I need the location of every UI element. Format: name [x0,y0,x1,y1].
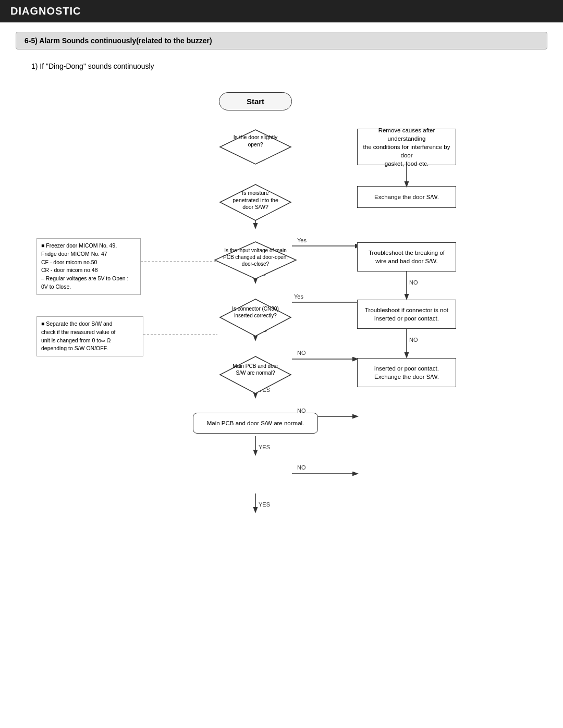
rect-r3: Troubleshoot the breaking of wire and ba… [357,242,456,272]
diamond-5: Main PCB and door S/W are normal? [219,355,292,394]
svg-text:Yes: Yes [294,293,303,300]
diagram1-title: 1) If "Ding-Dong" sounds continuously [31,62,563,70]
svg-text:YES: YES [259,501,270,508]
side-note-2: ■ Separate the door S/W and check if the… [36,316,143,356]
section-header: 6-5) Alarm Sounds continuously(related t… [16,32,547,50]
svg-text:NO: NO [297,464,306,471]
svg-text:NO: NO [297,350,306,356]
diamond-2: Is moisture penetrated into the door S/W… [219,183,292,221]
diamond-3: Is the input voltage of main PCB changed… [214,241,297,280]
rect-r5: inserted or poor contact. Exchange the d… [357,358,456,387]
section-title: 6-5) Alarm Sounds continuously(related t… [25,36,212,45]
rect-r2: Exchange the door S/W. [357,186,456,208]
page-header: DIAGNOSTIC [0,0,563,22]
svg-text:NO: NO [409,279,418,286]
svg-text:NO: NO [409,337,418,343]
rect-r1: Remove causes after understanding the co… [357,129,456,165]
rect-r6: Main PCB and door S/W are normal. [193,413,318,434]
svg-text:Yes: Yes [297,237,307,243]
diamond-1: Is the door slightly open? [219,129,292,165]
diamond-4: Is connector (CN30) inserted correctly? [219,298,292,337]
header-title: DIAGNOSTIC [10,5,81,17]
svg-text:YES: YES [259,444,270,450]
rect-r4: Troubleshoot if connector is not inserte… [357,300,456,329]
start-node-1: Start [219,92,292,110]
side-note-1: ■ Freezer door MICOM No. 49, Fridge door… [36,238,141,295]
